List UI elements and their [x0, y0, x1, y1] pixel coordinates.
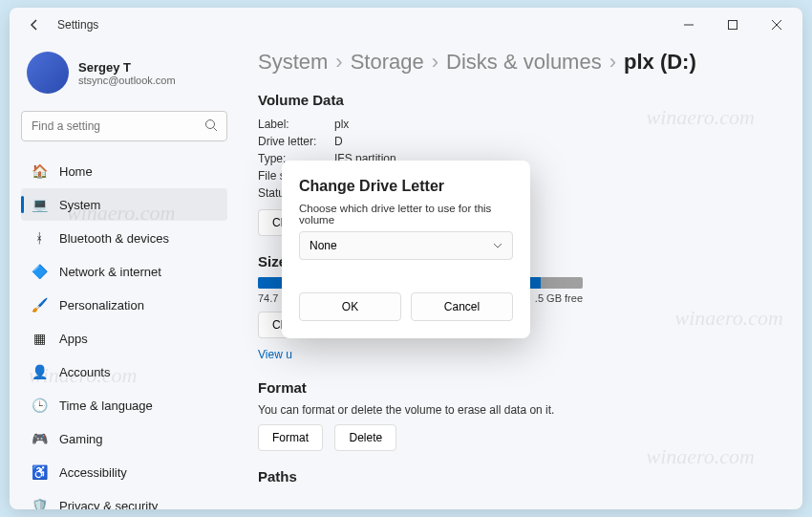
drive-letter-select[interactable]: None [299, 231, 513, 260]
change-drive-letter-dialog: Change Drive Letter Choose which drive l… [282, 161, 530, 338]
settings-window: Settings Sergey T stsync@outlook.com 🏠Ho… [10, 8, 802, 509]
dialog-title: Change Drive Letter [299, 178, 513, 195]
cancel-button[interactable]: Cancel [411, 292, 513, 321]
drive-letter-select-value: None [310, 239, 337, 252]
dialog-desc: Choose which drive letter to use for thi… [299, 203, 513, 226]
chevron-down-icon [493, 241, 502, 250]
modal-overlay: Change Drive Letter Choose which drive l… [10, 8, 802, 509]
ok-button[interactable]: OK [299, 292, 401, 321]
